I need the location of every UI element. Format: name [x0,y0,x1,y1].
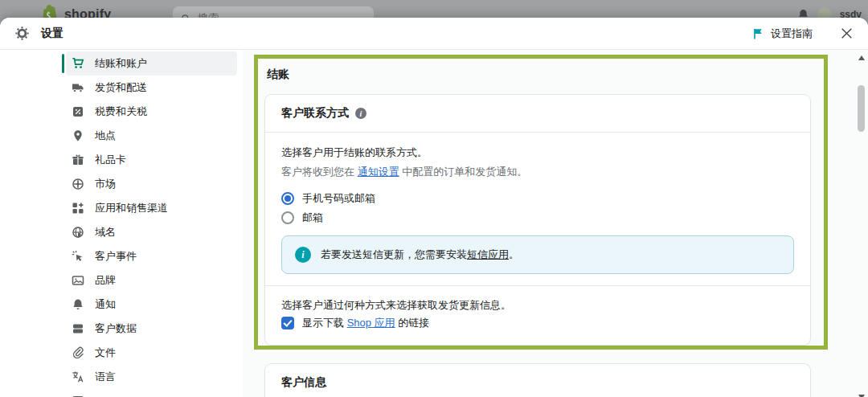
customer-information-card: 客户信息 [265,364,810,397]
page-title: 结账 [267,68,810,82]
settings-modal-header: 设置 设置指南 [0,18,868,50]
sidebar-item-customer-data[interactable]: 客户数据 [66,317,237,341]
search-placeholder: 搜索 [198,11,219,18]
scroll-up-arrow-icon[interactable] [858,55,865,60]
sidebar-item-apps-sales-channels[interactable]: 应用和销售渠道 [66,196,237,220]
language-icon [72,370,84,383]
sidebar-item-gift-cards[interactable]: 礼品卡 [66,148,237,172]
sidebar-item-label: 域名 [95,225,116,239]
sidebar-item-brand[interactable]: 品牌 [66,268,237,293]
sidebar-item-taxes-duties[interactable]: 税费和关税 [66,100,237,124]
close-button[interactable] [840,27,854,40]
sidebar-item-label: 应用和销售渠道 [95,201,168,215]
radio-selected-icon[interactable] [281,192,294,205]
apps-icon [72,202,84,215]
info-icon[interactable]: i [355,108,366,119]
sidebar-item-label: 语言 [95,370,116,384]
sidebar-item-label: 市场 [95,177,116,191]
shopify-settings-screen: shopify 搜索 ssdv 设置 [0,0,868,397]
scrollbar-thumb[interactable] [858,85,865,132]
modal-title: 设置 [41,27,63,41]
sidebar-item-label: 税费和关税 [95,104,147,119]
sms-info-banner: i 若要发送短信更新，您需要安装短信应用。 [281,235,794,274]
sidebar-item-languages[interactable]: 语言 [66,365,237,389]
shopify-bag-icon [42,4,59,18]
radio-label: 手机号码或邮箱 [302,191,375,206]
close-icon [840,27,854,40]
shop-app-link[interactable]: Shop 应用 [347,317,395,329]
sms-app-link[interactable]: 短信应用 [467,248,509,260]
sidebar-item-label: 品牌 [95,273,116,288]
setup-guide-label: 设置指南 [771,27,813,41]
settings-main-panel: 结账 客户联系方式 i 选择客户用于结账的联系方式。 客户将收到您在 通知设置 … [243,50,868,397]
vertical-scrollbar[interactable] [856,53,866,397]
radio-email[interactable]: 邮箱 [281,208,794,227]
settings-modal: 设置 设置指南 [0,18,868,397]
truck-icon [72,81,84,94]
markets-icon [72,178,84,190]
card-title: 客户信息 [281,375,326,390]
sidebar-item-customer-events[interactable]: 客户事件 [66,244,237,268]
paperclip-icon [72,346,84,359]
notification-bell-icon[interactable] [797,8,809,18]
sidebar-item-label: 发货和配送 [95,80,147,95]
gear-icon [14,26,30,41]
checkbox-label: 显示下载 Shop 应用 的链接 [302,316,429,330]
radio-label: 邮箱 [302,211,323,225]
bell-icon [72,298,84,311]
sidebar-item-label: 地点 [95,129,116,143]
setup-guide-button[interactable]: 设置指南 [752,27,813,41]
settings-sidebar: 结账和账户 发货和配送 税费和关税 [0,50,243,397]
brand-icon [72,274,84,287]
sidebar-item-label: 客户数据 [95,321,137,336]
sidebar-item-label: 结账和账户 [95,56,147,71]
gift-icon [72,153,84,166]
sidebar-item-domains[interactable]: 域名 [66,220,237,244]
banner-info-icon: i [295,247,311,263]
sidebar-item-files[interactable]: 文件 [66,341,237,365]
cart-icon [72,57,84,70]
brand-text: shopify [64,7,111,18]
sidebar-item-checkout-accounts[interactable]: 结账和账户 [66,51,237,76]
sidebar-item-markets[interactable]: 市场 [66,172,237,196]
notification-settings-link[interactable]: 通知设置 [358,166,399,178]
tax-icon [72,105,84,118]
sidebar-item-label: 礼品卡 [95,153,126,167]
contact-method-description: 选择客户用于结账的联系方式。 [281,145,794,160]
banner-text: 若要发送短信更新，您需要安装短信应用。 [321,248,519,262]
radio-phone-or-email[interactable]: 手机号码或邮箱 [281,189,794,208]
optin-description: 选择客户通过何种方式来选择获取发货更新信息。 [281,298,794,313]
flag-icon [752,27,764,40]
radio-unselected-icon[interactable] [281,211,294,224]
shopify-logo[interactable]: shopify [42,4,111,18]
user-avatar[interactable] [817,7,832,18]
customer-events-icon [72,250,84,263]
sidebar-item-partial[interactable] [66,389,237,397]
topbar-right: ssdv [797,7,862,18]
contact-method-radio-group: 手机号码或邮箱 邮箱 [281,189,794,227]
notification-description: 客户将收到您在 通知设置 中配置的订单和发货通知。 [281,165,794,179]
shop-app-checkbox-row[interactable]: 显示下载 Shop 应用 的链接 [281,319,794,338]
search-input[interactable]: 搜索 [173,6,374,18]
checkbox-checked-icon[interactable] [281,317,294,329]
card-title: 客户联系方式 [281,106,349,121]
sidebar-item-locations[interactable]: 地点 [66,124,237,148]
sidebar-item-label: 文件 [95,346,116,360]
location-icon [72,129,84,142]
card-divider [265,285,810,286]
customer-data-icon [72,322,84,335]
sidebar-item-notifications[interactable]: 通知 [66,293,237,317]
sidebar-item-label: 通知 [95,297,116,312]
sidebar-item-label: 客户事件 [95,249,137,264]
user-name[interactable]: ssdv [840,9,862,18]
globe-icon [72,226,84,239]
customer-contact-card: 客户联系方式 i 选择客户用于结账的联系方式。 客户将收到您在 通知设置 中配置… [265,95,810,345]
admin-topbar: shopify 搜索 ssdv [0,0,868,18]
sidebar-item-shipping-delivery[interactable]: 发货和配送 [66,76,237,100]
